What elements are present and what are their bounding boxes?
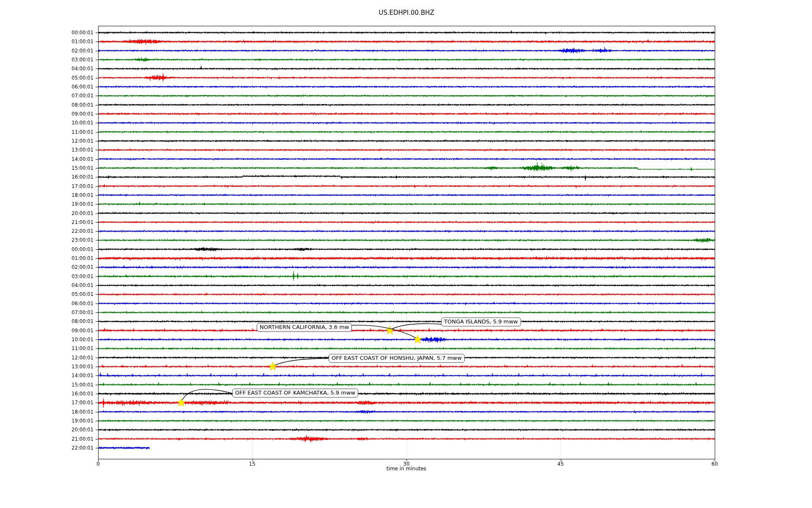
x-axis-title: time in minutes — [387, 466, 426, 472]
x-axis-tick-label: 60 — [711, 461, 718, 467]
y-axis-label: 01:00:01 — [53, 256, 93, 261]
y-axis-label: 07:00:01 — [53, 93, 93, 98]
y-axis-label: 21:00:01 — [53, 436, 93, 442]
y-axis-label: 18:00:01 — [53, 409, 93, 414]
y-axis-label: 03:00:01 — [53, 57, 93, 62]
y-axis-label: 14:00:01 — [53, 157, 93, 162]
y-axis-label: 01:00:01 — [53, 39, 93, 44]
y-axis-label: 02:00:01 — [53, 48, 93, 53]
y-axis-label: 13:00:01 — [53, 147, 93, 152]
seismogram-trace-canvas — [0, 0, 812, 508]
y-axis-label: 08:00:01 — [53, 319, 93, 324]
y-axis-label: 20:00:01 — [53, 211, 93, 216]
y-axis-label: 23:00:01 — [53, 237, 93, 243]
y-axis-label: 06:00:01 — [53, 301, 93, 306]
y-axis-label: 22:00:01 — [53, 445, 93, 450]
y-axis-label: 08:00:01 — [53, 102, 93, 108]
y-axis-label: 19:00:01 — [53, 202, 93, 207]
y-axis-label: 12:00:01 — [53, 138, 93, 144]
y-axis-label: 00:00:01 — [53, 247, 93, 252]
y-axis-label: 06:00:01 — [53, 84, 93, 89]
y-axis-label: 16:00:01 — [53, 174, 93, 179]
event-label-box: OFF EAST COAST OF KAMCHATKA, 5.9 mww — [232, 389, 358, 398]
y-axis-label: 02:00:01 — [53, 265, 93, 270]
y-axis-label: 05:00:01 — [53, 75, 93, 80]
y-axis-label: 18:00:01 — [53, 193, 93, 198]
y-axis-label: 10:00:01 — [53, 120, 93, 125]
y-axis-label: 15:00:01 — [53, 382, 93, 387]
y-axis-label: 12:00:01 — [53, 355, 93, 360]
y-axis-label: 04:00:01 — [53, 66, 93, 71]
seismogram-figure: US.EDHPI.00.BHZ 00:00:0101:00:0102:00:01… — [0, 0, 812, 508]
y-axis-label: 22:00:01 — [53, 229, 93, 234]
y-axis-label: 17:00:01 — [53, 400, 93, 405]
y-axis-label: 14:00:01 — [53, 373, 93, 378]
y-axis-label: 07:00:01 — [53, 310, 93, 315]
y-axis-label: 04:00:01 — [53, 283, 93, 288]
y-axis-label: 09:00:01 — [53, 328, 93, 333]
y-axis-label: 10:00:01 — [53, 337, 93, 342]
y-axis-label: 21:00:01 — [53, 220, 93, 225]
y-axis-label: 20:00:01 — [53, 427, 93, 432]
y-axis-label: 13:00:01 — [53, 364, 93, 369]
y-axis-label: 15:00:01 — [53, 166, 93, 171]
y-axis-label: 03:00:01 — [53, 274, 93, 279]
y-axis-label: 05:00:01 — [53, 292, 93, 297]
y-axis-label: 17:00:01 — [53, 184, 93, 189]
y-axis-label: 00:00:01 — [53, 30, 93, 35]
event-label-box: OFF EAST COAST OF HONSHU, JAPAN, 5.7 mww — [329, 354, 465, 363]
x-axis-tick-label: 45 — [557, 461, 564, 467]
y-axis-label: 16:00:01 — [53, 391, 93, 396]
event-label-box: NORTHERN CALIFORNIA, 3.6 mw — [257, 323, 352, 332]
y-axis-label: 19:00:01 — [53, 418, 93, 423]
plot-title: US.EDHPI.00.BHZ — [379, 9, 434, 17]
y-axis-label: 09:00:01 — [53, 111, 93, 116]
x-axis-tick-label: 15 — [249, 461, 255, 467]
x-axis-tick-label: 0 — [96, 461, 100, 467]
event-label-box: TONGA ISLANDS, 5.9 mww — [441, 318, 521, 326]
y-axis-label: 11:00:01 — [53, 130, 93, 135]
y-axis-label: 11:00:01 — [53, 346, 93, 351]
